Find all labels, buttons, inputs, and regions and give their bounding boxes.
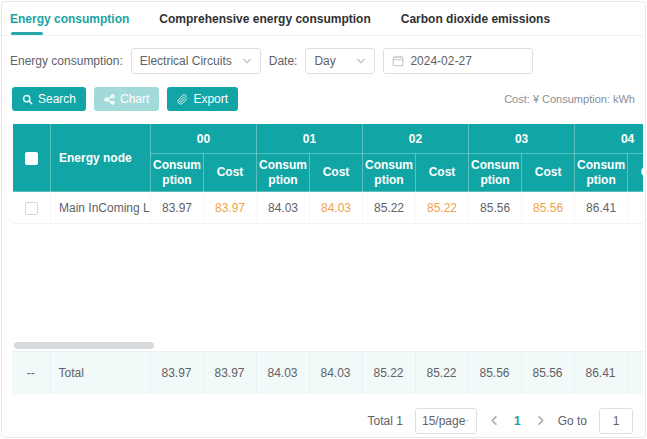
date-granularity-select[interactable]: Day — [305, 48, 375, 74]
goto-page-input[interactable] — [599, 408, 633, 434]
tab-label: Comprehensive energy consumption — [159, 12, 370, 26]
export-button-label: Export — [193, 92, 228, 106]
total-value: 84.03 — [256, 352, 309, 394]
total-value: 86.41 — [574, 352, 627, 394]
pagination: Total 1 15/page 1 Go to — [2, 394, 645, 434]
energy-table: Energy node 00 01 02 03 04 Consumption C… — [12, 123, 643, 336]
horizontal-scrollbar[interactable] — [12, 342, 643, 349]
consumption-value: 86.41 — [575, 192, 628, 224]
total-value — [627, 352, 643, 394]
scrollbar-thumb[interactable] — [14, 342, 154, 349]
consumption-value: 85.22 — [363, 192, 416, 224]
total-row: -- Total 83.97 83.97 84.03 84.03 85.22 8… — [12, 352, 643, 394]
total-value: 83.97 — [150, 352, 203, 394]
tab-comprehensive-energy[interactable]: Comprehensive energy consumption — [159, 12, 370, 35]
subheader-cost: Cost — [310, 154, 363, 192]
next-page-icon[interactable] — [535, 415, 546, 426]
search-icon — [22, 94, 33, 105]
total-value: 84.03 — [309, 352, 362, 394]
goto-label: Go to — [558, 414, 587, 428]
chevron-down-icon — [242, 56, 252, 66]
filter-row: Energy consumption: Electrical Circuits … — [2, 36, 645, 74]
calendar-icon — [392, 55, 404, 67]
energy-type-value: Electrical Circuits — [140, 54, 232, 68]
hour-group-01: 01 — [257, 124, 363, 154]
date-value: 2024-02-27 — [410, 54, 471, 68]
total-value: 83.97 — [203, 352, 256, 394]
energy-filter-label: Energy consumption: — [10, 54, 123, 68]
toolbar: Search Chart Export Cost: ¥ Consumption:… — [2, 74, 645, 111]
paperclip-icon — [177, 94, 188, 105]
tab-energy-consumption[interactable]: Energy consumption — [10, 12, 129, 35]
select-all-cell — [13, 124, 51, 192]
prev-page-icon[interactable] — [489, 415, 500, 426]
total-label: Total — [50, 352, 150, 394]
total-value: 85.22 — [415, 352, 468, 394]
hour-group-03: 03 — [469, 124, 575, 154]
hour-group-02: 02 — [363, 124, 469, 154]
chart-button-label: Chart — [120, 92, 149, 106]
subheader-consumption: Consumption — [363, 154, 416, 192]
consumption-value: 84.03 — [257, 192, 310, 224]
pagination-total: Total 1 — [368, 414, 403, 428]
chevron-down-icon — [465, 415, 470, 426]
row-checkbox[interactable] — [25, 202, 38, 215]
cost-value: 84.03 — [310, 192, 363, 224]
energy-node-name: Main InComing Lin... — [51, 192, 151, 224]
chevron-down-icon — [356, 56, 366, 66]
row-checkbox-cell — [13, 192, 51, 224]
cost-value — [628, 192, 643, 224]
cost-value: 85.22 — [416, 192, 469, 224]
energy-panel: Energy consumption Comprehensive energy … — [1, 1, 646, 438]
page-size-select[interactable]: 15/page — [415, 408, 477, 434]
table-empty-area — [12, 224, 643, 336]
search-button[interactable]: Search — [12, 87, 86, 111]
total-prefix: -- — [12, 352, 50, 394]
active-tab-underline — [11, 32, 43, 35]
consumption-value: 85.56 — [469, 192, 522, 224]
date-granularity-value: Day — [314, 54, 335, 68]
subheader-consumption: Consumption — [575, 154, 628, 192]
tab-carbon-dioxide[interactable]: Carbon dioxide emissions — [401, 12, 550, 35]
select-all-checkbox[interactable] — [25, 152, 38, 165]
cost-value: 85.56 — [522, 192, 575, 224]
subheader-consumption: Consumption — [151, 154, 204, 192]
subheader-cost: Cost — [628, 154, 643, 192]
tab-bar: Energy consumption Comprehensive energy … — [2, 2, 645, 36]
subheader-consumption: Consumption — [469, 154, 522, 192]
export-button[interactable]: Export — [167, 87, 238, 111]
units-note: Cost: ¥ Consumption: kWh — [504, 93, 635, 105]
date-filter-label: Date: — [269, 54, 298, 68]
energy-type-select[interactable]: Electrical Circuits — [131, 48, 261, 74]
subheader-cost: Cost — [522, 154, 575, 192]
hour-group-00: 00 — [151, 124, 257, 154]
total-value: 85.56 — [468, 352, 521, 394]
current-page[interactable]: 1 — [512, 414, 523, 428]
subheader-cost: Cost — [204, 154, 257, 192]
cost-value: 83.97 — [204, 192, 257, 224]
total-value: 85.56 — [521, 352, 574, 394]
total-value: 85.22 — [362, 352, 415, 394]
consumption-value: 83.97 — [151, 192, 204, 224]
date-picker[interactable]: 2024-02-27 — [383, 48, 533, 74]
chart-button[interactable]: Chart — [94, 87, 159, 111]
search-button-label: Search — [38, 92, 76, 106]
share-chart-icon — [104, 94, 115, 105]
column-header-energy-node: Energy node — [51, 124, 151, 192]
page-size-value: 15/page — [422, 414, 465, 428]
tab-label: Energy consumption — [10, 12, 129, 26]
subheader-consumption: Consumption — [257, 154, 310, 192]
hour-group-04: 04 — [575, 124, 643, 154]
table-row: Main InComing Lin... 83.97 83.97 84.03 8… — [13, 192, 644, 224]
total-row-wrap: -- Total 83.97 83.97 84.03 84.03 85.22 8… — [12, 351, 643, 394]
subheader-cost: Cost — [416, 154, 469, 192]
tab-label: Carbon dioxide emissions — [401, 12, 550, 26]
